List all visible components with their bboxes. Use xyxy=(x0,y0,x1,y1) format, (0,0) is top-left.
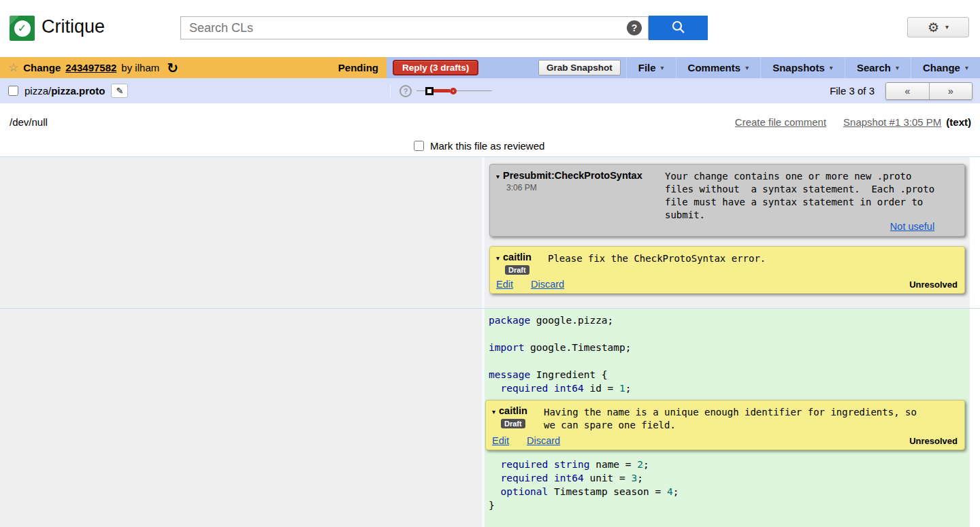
change-toolbar: ☆ Change 243497582 by ilham ↻ Pending Re… xyxy=(0,57,980,78)
code-block-bottom[interactable]: required string name = 2; required int64… xyxy=(485,453,970,512)
file-position: File 3 of 3 xyxy=(830,85,875,97)
file-name: pizza.proto xyxy=(51,85,105,97)
diff-slider-right-handle[interactable] xyxy=(450,88,457,95)
draft-badge: Draft xyxy=(505,265,529,275)
collapse-icon[interactable]: ▾ xyxy=(496,173,500,180)
mark-reviewed-checkbox[interactable] xyxy=(414,141,424,151)
draft1-status: Unresolved xyxy=(909,279,958,290)
file-bar: pizza/pizza.proto ✎ ? File 3 of 3 « » xyxy=(0,78,980,103)
presubmit-message: Your change contains one or more new .pr… xyxy=(665,170,934,222)
prev-icon: « xyxy=(905,86,911,97)
mark-reviewed-label: Mark this file as reviewed xyxy=(430,140,544,152)
file-header: /dev/null Create file comment Snapshot #… xyxy=(0,103,980,156)
file-format-label: (text) xyxy=(946,116,971,128)
change-label: Change xyxy=(23,62,61,73)
diff-code-section: package google.pizza; import google.Time… xyxy=(0,308,980,527)
not-useful-link[interactable]: Not useful xyxy=(890,221,934,232)
menu-file-label: File xyxy=(638,62,656,73)
check-icon: ✓ xyxy=(18,22,27,35)
right-diff-panel-comments: ▾ Presubmit:CheckProtoSyntax 3:06 PM You… xyxy=(485,157,970,308)
collapse-icon[interactable]: ▾ xyxy=(492,408,495,415)
diff-slider-range xyxy=(434,89,450,92)
refresh-icon[interactable]: ↻ xyxy=(167,61,178,75)
app-title: Critique xyxy=(42,16,105,37)
menu-change-label: Change xyxy=(923,62,960,73)
chevron-down-icon: ▾ xyxy=(945,24,949,31)
search-button[interactable] xyxy=(649,16,708,40)
snapshot-link[interactable]: Snapshot #1 3:05 PM xyxy=(843,116,941,128)
menu-bar: File ▾ Comments ▾ Snapshots ▾ Search ▾ C… xyxy=(626,57,980,78)
change-id-link[interactable]: 243497582 xyxy=(65,62,116,73)
chevron-down-icon: ▾ xyxy=(661,65,664,71)
discard-link[interactable]: Discard xyxy=(527,435,560,446)
edit-file-button[interactable]: ✎ xyxy=(111,84,128,98)
draft1-message: Please fix the CheckProtoSyntax error. xyxy=(548,252,958,275)
settings-button[interactable]: ⚙ ▾ xyxy=(907,17,969,37)
left-diff-panel xyxy=(0,157,485,308)
diff-slider[interactable] xyxy=(416,87,492,95)
search-icon xyxy=(670,19,687,37)
diff-slider-left-handle[interactable] xyxy=(425,87,434,95)
change-info-bar: ☆ Change 243497582 by ilham ↻ Pending xyxy=(0,57,387,78)
left-file-path: /dev/null xyxy=(10,116,48,128)
presubmit-author: Presubmit:CheckProtoSyntax xyxy=(503,170,642,181)
edit-link[interactable]: Edit xyxy=(492,435,509,446)
critique-logo-icon: ✓ xyxy=(10,16,35,41)
next-file-button[interactable]: » xyxy=(929,83,972,99)
prev-file-button[interactable]: « xyxy=(886,83,929,99)
menu-comments[interactable]: Comments ▾ xyxy=(676,57,761,78)
file-path-prefix: pizza/ xyxy=(24,85,51,97)
menu-file[interactable]: File ▾ xyxy=(626,57,676,78)
draft-badge: Draft xyxy=(501,419,525,428)
draft-comment-1: ▾ caitlin Draft Please fix the CheckProt… xyxy=(489,246,965,294)
grab-snapshot-button[interactable]: Grab Snapshot xyxy=(538,60,621,75)
file-navigation: File 3 of 3 « » xyxy=(830,82,980,100)
chevron-down-icon: ▾ xyxy=(965,65,968,71)
menu-search[interactable]: Search ▾ xyxy=(845,57,911,78)
status-badge: Pending xyxy=(338,62,378,73)
diff-comment-section: ▾ Presubmit:CheckProtoSyntax 3:06 PM You… xyxy=(0,156,980,308)
diff-help-icon[interactable]: ? xyxy=(399,85,412,97)
draft2-author: caitlin xyxy=(499,405,527,416)
draft-comment-2: ▾ caitlin Draft Having the name is a uni… xyxy=(485,400,965,450)
menu-snapshots-label: Snapshots xyxy=(772,62,825,73)
menu-comments-label: Comments xyxy=(688,62,741,73)
presubmit-comment: ▾ Presubmit:CheckProtoSyntax 3:06 PM You… xyxy=(489,164,965,237)
chevron-down-icon: ▾ xyxy=(830,65,833,71)
presubmit-time: 3:06 PM xyxy=(506,183,665,192)
gear-icon: ⚙ xyxy=(928,21,939,34)
search-input[interactable] xyxy=(180,16,649,39)
left-diff-panel-empty xyxy=(0,309,485,527)
draft1-author: caitlin xyxy=(503,252,532,262)
right-gutter xyxy=(970,157,980,308)
collapse-icon[interactable]: ▾ xyxy=(496,254,500,262)
file-checkbox[interactable] xyxy=(8,86,18,96)
right-diff-panel-code: package google.pizza; import google.Time… xyxy=(485,309,970,527)
search-bar: ? xyxy=(180,15,708,41)
right-gutter xyxy=(970,309,980,527)
draft2-message: Having the name is a unique enough ident… xyxy=(544,405,958,432)
presubmit-comment-header[interactable]: ▾ Presubmit:CheckProtoSyntax xyxy=(496,170,665,181)
chevron-down-icon: ▾ xyxy=(896,65,899,71)
search-help-icon[interactable]: ? xyxy=(627,20,642,35)
reply-button[interactable]: Reply (3 drafts) xyxy=(393,60,478,75)
file-path: pizza/pizza.proto xyxy=(24,85,105,97)
edit-link[interactable]: Edit xyxy=(496,279,513,290)
draft1-header[interactable]: ▾ caitlin xyxy=(496,252,548,262)
next-icon: » xyxy=(948,86,953,97)
draft2-status: Unresolved xyxy=(909,436,958,446)
menu-snapshots[interactable]: Snapshots ▾ xyxy=(760,57,845,78)
create-file-comment-link[interactable]: Create file comment xyxy=(735,116,826,128)
diff-area: ▾ Presubmit:CheckProtoSyntax 3:06 PM You… xyxy=(0,156,980,527)
change-author: by ilham xyxy=(121,62,159,73)
pencil-icon: ✎ xyxy=(116,86,123,96)
app-header: ✓ Critique ? ⚙ ▾ xyxy=(0,0,980,57)
star-icon[interactable]: ☆ xyxy=(8,62,18,73)
menu-change[interactable]: Change ▾ xyxy=(911,57,980,78)
action-bar: Reply (3 drafts) Grab Snapshot File ▾ Co… xyxy=(387,57,980,78)
discard-link[interactable]: Discard xyxy=(531,279,564,290)
diff-mode-control: ? xyxy=(390,85,492,97)
code-block-top[interactable]: package google.pizza; import google.Time… xyxy=(485,309,970,395)
file-selector: pizza/pizza.proto ✎ xyxy=(0,84,390,98)
draft2-header[interactable]: ▾ caitlin xyxy=(492,405,544,416)
